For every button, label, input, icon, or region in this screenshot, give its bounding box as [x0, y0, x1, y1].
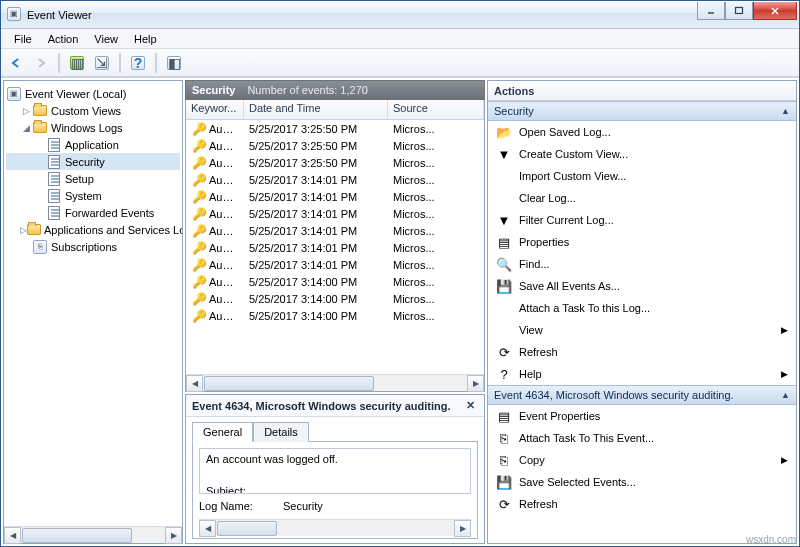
tree-root[interactable]: ▣ Event Viewer (Local) [6, 85, 180, 102]
scroll-left-button[interactable]: ◀ [4, 527, 21, 544]
action-label: Attach a Task To this Log... [519, 302, 650, 314]
action-attach-a-task-to-this-log[interactable]: Attach a Task To this Log... [488, 297, 796, 319]
event-row[interactable]: 🔑Audi...5/25/2017 3:25:50 PMMicros... [186, 120, 484, 137]
event-row[interactable]: 🔑Audi...5/25/2017 3:14:01 PMMicros... [186, 222, 484, 239]
key-icon: 🔑 [191, 223, 207, 239]
grid-hscrollbar[interactable]: ◀ ▶ [186, 374, 484, 391]
menu-file[interactable]: File [7, 31, 39, 47]
svg-rect-1 [736, 7, 743, 13]
cell-source: Micros... [388, 174, 484, 186]
separator [155, 53, 157, 73]
minimize-button[interactable] [697, 2, 725, 20]
tree-hscrollbar[interactable]: ◀ ▶ [4, 526, 182, 543]
tree-item-label: Forwarded Events [65, 207, 154, 219]
menu-help[interactable]: Help [127, 31, 164, 47]
log-icon [46, 137, 62, 153]
event-message[interactable]: An account was logged off. Subject: [199, 448, 471, 494]
tree-item-forwarded-events[interactable]: Forwarded Events [6, 204, 180, 221]
actions-section-event[interactable]: Event 4634, Microsoft Windows security a… [488, 385, 796, 405]
back-button[interactable] [5, 52, 27, 74]
actions-list-security: 📂Open Saved Log...▼Create Custom View...… [488, 121, 796, 385]
col-source[interactable]: Source [388, 100, 484, 119]
action-open-saved-log[interactable]: 📂Open Saved Log... [488, 121, 796, 143]
twist-icon[interactable]: ▷ [20, 225, 27, 235]
action-refresh[interactable]: ⟳Refresh [488, 493, 796, 515]
event-row[interactable]: 🔑Audi...5/25/2017 3:14:01 PMMicros... [186, 256, 484, 273]
grid-body[interactable]: 🔑Audi...5/25/2017 3:25:50 PMMicros...🔑Au… [186, 120, 484, 374]
tree-item-system[interactable]: System [6, 187, 180, 204]
detail-hscrollbar[interactable]: ◀ ▶ [199, 519, 471, 536]
event-row[interactable]: 🔑Audi...5/25/2017 3:14:00 PMMicros... [186, 290, 484, 307]
event-row[interactable]: 🔑Audi...5/25/2017 3:14:01 PMMicros... [186, 171, 484, 188]
grid-header[interactable]: Keywor... Date and Time Source [186, 100, 484, 120]
cell-date: 5/25/2017 3:14:00 PM [244, 310, 388, 322]
scroll-left-button[interactable]: ◀ [186, 375, 203, 392]
close-button[interactable] [753, 2, 797, 20]
tab-general[interactable]: General [192, 422, 253, 442]
action-save-selected-events[interactable]: 💾Save Selected Events... [488, 471, 796, 493]
key-icon: 🔑 [191, 155, 207, 171]
event-row[interactable]: 🔑Audi...5/25/2017 3:25:50 PMMicros... [186, 137, 484, 154]
action-create-custom-view[interactable]: ▼Create Custom View... [488, 143, 796, 165]
col-keywords[interactable]: Keywor... [186, 100, 244, 119]
scope-tree[interactable]: ▣ Event Viewer (Local) ▷Custom Views◢Win… [4, 81, 182, 526]
action-properties[interactable]: ▤Properties [488, 231, 796, 253]
cell-date: 5/25/2017 3:14:01 PM [244, 208, 388, 220]
action-attach-task-to-this-event[interactable]: ⎘Attach Task To This Event... [488, 427, 796, 449]
menubar: File Action View Help [1, 29, 799, 49]
action-clear-log[interactable]: Clear Log... [488, 187, 796, 209]
scroll-thumb[interactable] [217, 521, 277, 536]
tab-details[interactable]: Details [253, 422, 309, 442]
action-copy[interactable]: ⎘Copy▶ [488, 449, 796, 471]
tree-item-application[interactable]: Application [6, 136, 180, 153]
cell-keywords: 🔑Audi... [186, 121, 244, 137]
results-pane: Security Number of events: 1,270 Keywor.… [185, 80, 485, 544]
tree-item-setup[interactable]: Setup [6, 170, 180, 187]
twist-icon[interactable]: ◢ [20, 123, 32, 133]
action-event-properties[interactable]: ▤Event Properties [488, 405, 796, 427]
show-tree-button[interactable]: ▥ [66, 52, 88, 74]
action-label: Filter Current Log... [519, 214, 614, 226]
twist-icon[interactable]: ▷ [20, 106, 32, 116]
titlebar[interactable]: ▣ Event Viewer [1, 1, 799, 29]
scroll-right-button[interactable]: ▶ [165, 527, 182, 544]
submenu-arrow-icon: ▶ [781, 325, 788, 335]
export-button[interactable]: ⇲ [91, 52, 113, 74]
action-import-custom-view[interactable]: Import Custom View... [488, 165, 796, 187]
event-row[interactable]: 🔑Audi...5/25/2017 3:14:00 PMMicros... [186, 307, 484, 324]
detail-title: Event 4634, Microsoft Windows security a… [192, 400, 462, 412]
event-row[interactable]: 🔑Audi...5/25/2017 3:14:01 PMMicros... [186, 188, 484, 205]
panel-button[interactable]: ◧ [163, 52, 185, 74]
tree-item-windows-logs[interactable]: ◢Windows Logs [6, 119, 180, 136]
detail-close-button[interactable]: ✕ [462, 398, 478, 414]
action-help[interactable]: ?Help▶ [488, 363, 796, 385]
logname-field: Log Name: Security [199, 500, 471, 512]
action-save-all-events-as[interactable]: 💾Save All Events As... [488, 275, 796, 297]
event-row[interactable]: 🔑Audi...5/25/2017 3:14:00 PMMicros... [186, 273, 484, 290]
forward-button[interactable] [30, 52, 52, 74]
tree-item-applications-and-services-lo[interactable]: ▷Applications and Services Lo [6, 221, 180, 238]
action-filter-current-log[interactable]: ▼Filter Current Log... [488, 209, 796, 231]
scroll-thumb[interactable] [22, 528, 132, 543]
maximize-button[interactable] [725, 2, 753, 20]
event-row[interactable]: 🔑Audi...5/25/2017 3:14:01 PMMicros... [186, 239, 484, 256]
action-find[interactable]: 🔍Find... [488, 253, 796, 275]
help-button[interactable]: ? [127, 52, 149, 74]
col-date[interactable]: Date and Time [244, 100, 388, 119]
event-row[interactable]: 🔑Audi...5/25/2017 3:14:01 PMMicros... [186, 205, 484, 222]
scroll-left-button[interactable]: ◀ [199, 520, 216, 537]
scroll-right-button[interactable]: ▶ [467, 375, 484, 392]
action-refresh[interactable]: ⟳Refresh [488, 341, 796, 363]
tree-item-security[interactable]: Security [6, 153, 180, 170]
menu-view[interactable]: View [87, 31, 125, 47]
message-line: Subject: [206, 485, 464, 494]
event-row[interactable]: 🔑Audi...5/25/2017 3:25:50 PMMicros... [186, 154, 484, 171]
menu-action[interactable]: Action [41, 31, 86, 47]
scroll-right-button[interactable]: ▶ [454, 520, 471, 537]
cell-keywords: 🔑Audi... [186, 308, 244, 324]
scroll-thumb[interactable] [204, 376, 374, 391]
tree-item-subscriptions[interactable]: ⎘Subscriptions [6, 238, 180, 255]
actions-section-security[interactable]: Security ▲ [488, 101, 796, 121]
action-view[interactable]: View▶ [488, 319, 796, 341]
tree-item-custom-views[interactable]: ▷Custom Views [6, 102, 180, 119]
